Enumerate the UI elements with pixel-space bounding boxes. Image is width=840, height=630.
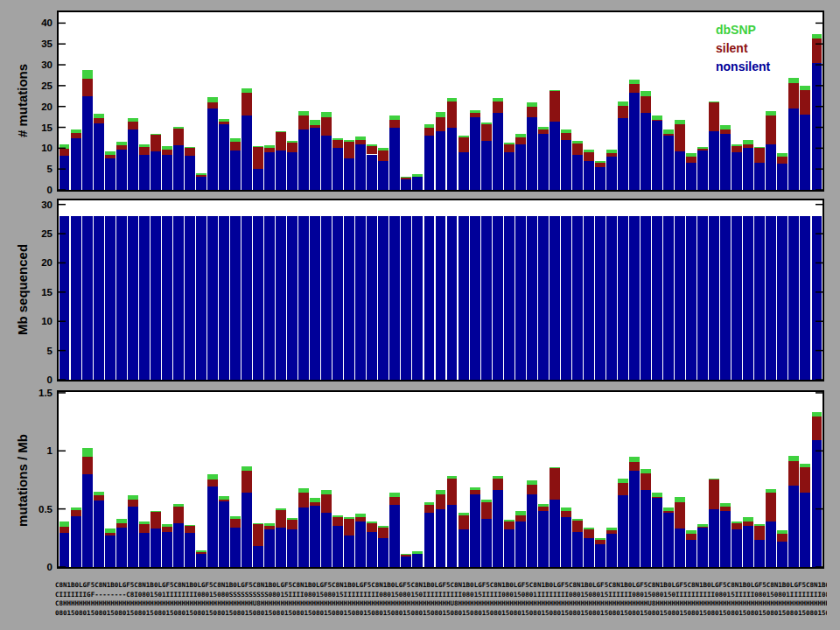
y-tick-label: 10 [2, 316, 52, 326]
y-tick-label: 35 [2, 38, 52, 49]
y-tick-label: 0 [2, 185, 52, 195]
y-tick-label: 1 [2, 445, 52, 456]
y-tick-label: 30 [2, 60, 52, 70]
panel-mutations-per-mb [57, 390, 824, 569]
legend-silent: silent [716, 39, 748, 57]
y-axis-title-rate: mutations / Mb [15, 384, 31, 577]
y-tick-label: 0 [2, 562, 52, 572]
y-tick-label: 25 [2, 228, 52, 239]
panel-mutations [57, 10, 824, 192]
y-tick-label: 20 [2, 257, 52, 268]
y-tick-label: 5 [2, 346, 52, 356]
legend-dbsnp: dbSNP [716, 21, 756, 38]
y-tick-label: 0 [2, 374, 52, 385]
mutations-bars-canvas [59, 12, 822, 190]
x-tick-labels: C8N1B0LGF5C8N1B0LGF5C8N1B0LGF5C8N1B0LGF5… [55, 581, 827, 620]
y-tick-label: 15 [2, 122, 52, 133]
y-tick-label: 15 [2, 287, 52, 298]
rate-bars-canvas [59, 392, 822, 567]
y-tick-label: 30 [2, 200, 52, 210]
panel-mb-sequenced [57, 199, 824, 382]
y-tick-label: 0.5 [2, 504, 52, 514]
mb-bars-canvas [59, 200, 822, 380]
x-tick-label-row: C8HHHHHHHHHHHHHHHHHHHHHHHHHHHHHHHHHHHHHH… [55, 599, 827, 609]
figure: # mutations Mb sequenced mutations / Mb … [0, 0, 840, 630]
y-tick-label: 10 [2, 143, 52, 153]
legend-nonsilent: nonsilent [716, 58, 770, 75]
y-tick-label: 25 [2, 80, 52, 91]
y-tick-label: 5 [2, 164, 52, 174]
y-tick-label: 40 [2, 18, 52, 28]
y-tick-label: 1.5 [2, 388, 52, 398]
x-tick-label-row: C8N1B0LGF5C8N1B0LGF5C8N1B0LGF5C8N1B0LGF5… [55, 581, 827, 591]
x-tick-label-row: CIIIIIIIGF--------C8I0801501IIIIIIII0801… [55, 591, 827, 600]
x-tick-label-row: 0801508015080150801508015080150801508015… [55, 609, 827, 619]
y-tick-label: 20 [2, 102, 52, 112]
